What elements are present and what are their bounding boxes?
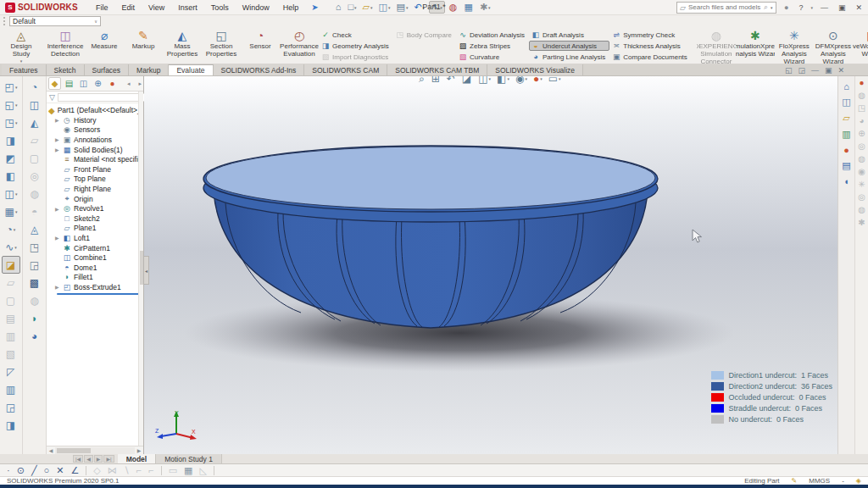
ribbon-tall-button[interactable]: ◴ Performance Evaluation — [280, 28, 319, 64]
sketch-tool-button[interactable]: ✕ — [56, 466, 64, 475]
tree-item[interactable]: ▶ ◰ Boss-Extrude1 — [48, 282, 143, 292]
menu-item[interactable]: Insert — [172, 2, 203, 14]
toolbar-button[interactable]: ✳ — [858, 180, 865, 189]
toolbar-button[interactable]: ◨ — [2, 416, 20, 434]
toolbar-button[interactable]: ◕ — [25, 327, 44, 345]
sketch-tool-button[interactable]: ∖ — [124, 466, 130, 475]
quick-access-button[interactable]: ⌂ — [334, 2, 344, 13]
sketch-tool-button[interactable]: ◺ — [199, 466, 206, 475]
tree-item[interactable]: ◫ Combine1 — [48, 252, 143, 263]
toolbar-button[interactable]: ▩ — [25, 274, 44, 291]
toolbar-button[interactable]: ▢ — [25, 149, 44, 167]
chevron-down-icon[interactable]: ▾ — [810, 5, 813, 10]
view-tool-button[interactable]: ⌕ — [419, 76, 426, 85]
command-tab[interactable]: Features — [2, 64, 47, 75]
tag-icon[interactable]: ◈ — [856, 477, 861, 485]
ribbon-tall-button[interactable]: ⊙ DFMXpress Analysis Wizard — [814, 28, 853, 64]
command-tab[interactable]: SOLIDWORKS Visualize — [487, 64, 583, 75]
menu-item[interactable]: Edit — [115, 2, 141, 14]
toolbar-button[interactable]: ◭ — [25, 114, 44, 131]
toolbar-button[interactable]: ◲ — [25, 256, 44, 274]
command-tab[interactable]: SOLIDWORKS Add-Ins — [214, 64, 305, 75]
doc-close-button[interactable]: ✕ — [837, 66, 844, 75]
toolbar-button[interactable]: ◍ — [25, 185, 44, 202]
ribbon-small-button[interactable]: ◕ Parting Line Analysis — [529, 52, 609, 62]
quick-access-button[interactable]: ✱ ▾ — [478, 2, 492, 13]
sketch-tool-button[interactable]: ╱ — [31, 466, 37, 475]
toolbar-button[interactable]: ◳ ▾ — [2, 114, 20, 131]
ribbon-tall-button[interactable]: ✱ SimulationXpress Analysis Wizard — [736, 28, 775, 64]
ribbon-small-button[interactable]: ▣ Compare Documents — [609, 52, 692, 62]
toolbar-button[interactable]: ◰ ▾ — [2, 78, 20, 96]
scroll-right-icon[interactable]: ▶ — [135, 447, 143, 453]
units-caret[interactable]: - — [842, 477, 844, 485]
sketch-tool-button[interactable] — [161, 466, 162, 475]
toolbar-button[interactable]: ▦ ▾ — [2, 202, 20, 220]
ribbon-small-button[interactable]: ▧ Curvature — [456, 52, 529, 62]
tree-item[interactable]: □ Sketch2 — [48, 214, 143, 224]
toolbar-button[interactable]: ◕ — [859, 116, 864, 125]
toolbar-button[interactable]: ◩ — [2, 149, 20, 167]
toolbar-button[interactable]: ◱ ▾ — [2, 96, 20, 114]
toolbar-button[interactable]: ▥ — [2, 380, 20, 398]
pane-split-icon[interactable]: ◱ — [785, 66, 793, 75]
minimize-button[interactable]: — — [818, 3, 831, 12]
sketch-tool-button[interactable] — [86, 466, 86, 475]
toolbar-button[interactable]: ◪ — [2, 256, 20, 274]
toolbar-button[interactable]: ◓ — [25, 202, 44, 220]
toolbar-button[interactable]: ◎ — [858, 141, 865, 151]
toolbar-button[interactable]: ● — [859, 78, 864, 87]
menu-item[interactable]: File — [90, 2, 114, 14]
menu-item[interactable]: Tools — [205, 2, 235, 14]
ribbon-tall-button[interactable]: ⌀ Measure — [85, 28, 124, 64]
ribbon-tall-button[interactable]: ◔ Sensor — [241, 28, 280, 64]
toolbar-button[interactable]: ◸ — [2, 363, 20, 380]
toolbar-button[interactable]: ◔ — [25, 78, 44, 96]
menu-item[interactable]: View — [142, 2, 170, 14]
toolbar-button[interactable]: ∿ ▾ — [2, 238, 20, 256]
toolbar-button[interactable]: ▥ — [2, 327, 20, 345]
configuration-dropdown[interactable]: Default ∨ — [9, 16, 101, 26]
command-tab[interactable]: SOLIDWORKS CAM — [304, 64, 387, 75]
panel-tab[interactable]: ⊕ — [92, 77, 104, 90]
quick-access-button[interactable]: ◫ ▾ — [377, 2, 392, 13]
command-tab[interactable]: Markup — [129, 64, 169, 75]
expand-arrow-icon[interactable]: ▶ — [55, 117, 60, 123]
bottom-tab[interactable]: Motion Study 1 — [156, 454, 222, 463]
tree-root-item[interactable]: ◆ Part1 (Default<<Default>_Display Sta — [48, 105, 143, 115]
ribbon-small-button[interactable]: ◒ Undercut Analysis — [529, 41, 609, 51]
doc-restore-button[interactable]: ▣ — [825, 66, 832, 75]
user-icon[interactable]: ● — [782, 3, 791, 12]
quick-access-button[interactable]: ↶ ▾ — [412, 2, 426, 13]
view-tool-button[interactable]: ◧ ▾ — [497, 76, 509, 85]
toolbar-button[interactable]: ▤ — [2, 309, 20, 327]
tree-item[interactable]: ▱ Plane1 — [48, 224, 143, 234]
toolbar-button[interactable]: ▧ — [2, 345, 20, 363]
ribbon-tall-button[interactable]: ✳ FloXpress Analysis Wizard — [775, 28, 814, 64]
command-tab[interactable]: SOLIDWORKS CAM TBM — [387, 64, 487, 75]
expand-arrow-icon[interactable]: ▶ — [55, 206, 60, 212]
panel-tab-scroll-right[interactable]: ▸ — [138, 80, 142, 87]
graphics-viewport[interactable]: ◂ ⌕ ⊞ ↶ — [144, 76, 837, 454]
ribbon-tall-button[interactable]: ◫ Interference Detection — [46, 28, 85, 64]
chevron-down-icon[interactable]: ▾ — [771, 5, 773, 10]
ribbon-tall-button[interactable]: ◪ DriveWorksXpress Wizard — [853, 28, 868, 64]
tree-item[interactable]: ▱ Top Plane — [48, 175, 143, 185]
design-study-button[interactable]: ◬ Design Study ▾ — [2, 28, 41, 64]
rollback-bar[interactable] — [57, 293, 140, 295]
search-icon[interactable]: ⌕ — [764, 3, 768, 12]
tree-item[interactable]: ◉ Sensors — [48, 125, 143, 136]
pane-split-icon[interactable]: ◲ — [798, 66, 805, 75]
search-box[interactable]: ▱ ⌕ ▾ — [676, 2, 776, 14]
filter-icon[interactable]: ▽ — [49, 93, 55, 102]
ribbon-small-button[interactable]: ⇌ Symmetry Check — [609, 30, 692, 40]
doc-minimize-button[interactable]: — — [811, 66, 819, 75]
tree-item[interactable]: ▶ ◷ History — [48, 115, 143, 125]
ribbon-small-button[interactable]: ✓ Check — [319, 30, 393, 40]
expand-arrow-icon[interactable]: ▶ — [55, 147, 60, 152]
sketch-tool-button[interactable]: ▦ — [184, 466, 192, 475]
task-pane-tab[interactable]: ⌂ — [843, 81, 849, 92]
toolbar-button[interactable]: ◬ — [25, 220, 44, 238]
tree-item[interactable]: ▶ ▦ Solid Bodies(1) — [48, 145, 143, 155]
panel-tab[interactable]: ◆ — [48, 77, 61, 90]
